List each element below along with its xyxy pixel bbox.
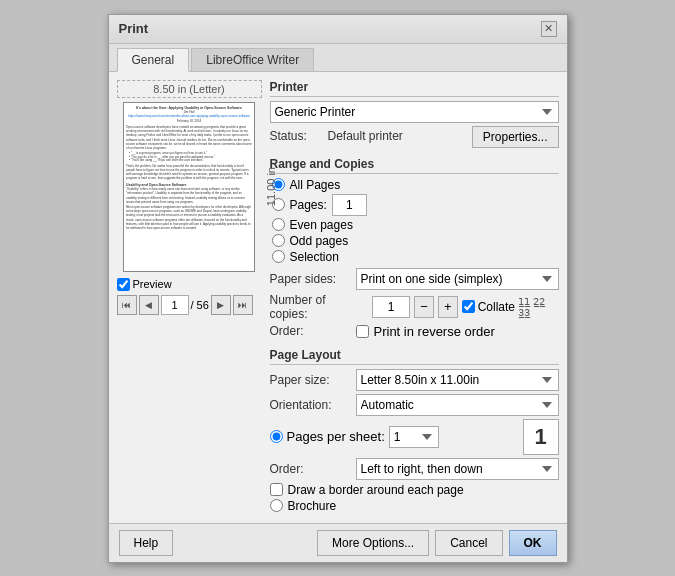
all-pages-label: All Pages [290,178,341,192]
preview-wrapper: It's about the User: Applying Usability … [123,102,255,272]
preview-doc-title: It's about the User: Applying Usability … [126,105,252,110]
more-options-button[interactable]: More Options... [317,530,429,556]
page-size-right-label: 11.00 in [265,167,277,206]
cancel-button[interactable]: Cancel [435,530,502,556]
page-preview: It's about the User: Applying Usability … [123,102,255,272]
copies-input[interactable] [372,296,410,318]
nav-next-button[interactable]: ▶ [211,295,231,315]
preview-doc-author: Jim Hall [126,110,252,114]
orientation-label: Orientation: [270,398,350,412]
collate-label: Collate 1̲1̲ 2̲2̲ 3̲3̲ [462,296,559,318]
pages-sheet-row: Pages per sheet: 1 1 [270,419,559,455]
settings-panel: Printer Generic Printer Status: Default … [270,80,559,515]
selection-label: Selection [290,250,339,264]
preview-doc-link: https://www.linuxjournal.com/content/its… [126,114,252,118]
status-value: Default printer [328,129,403,143]
layout-section-header: Page Layout [270,348,559,365]
preview-section-header: Usability and Open-Source Software [126,181,252,186]
range-section-header: Range and Copies [270,157,559,174]
copies-row: Number of copies: − + Collate 1̲1̲ 2̲2̲ … [270,293,559,321]
selection-row: Selection [272,250,559,264]
pages-sheet-container: Pages per sheet: 1 [270,426,517,448]
preview-checkbox[interactable] [117,278,130,291]
paper-sides-row: Paper sides: Print on one side (simplex) [270,268,559,290]
layout-order-row: Order: Left to right, then down [270,458,559,480]
pages-preview-number: 1 [534,424,546,450]
properties-button[interactable]: Properties... [472,126,559,148]
paper-size-select[interactable]: Letter 8.50in x 11.00in [356,369,559,391]
collate-icon: 1̲1̲ 2̲2̲ 3̲3̲ [518,296,558,318]
collate-text: Collate [478,300,515,314]
border-label: Draw a border around each page [288,483,464,497]
preview-checkbox-label: Preview [133,278,172,290]
collate-checkbox[interactable] [462,300,475,313]
status-row: Status: Default printer [270,129,403,143]
nav-total-label: / 56 [191,299,209,311]
bottom-right: More Options... Cancel OK [317,530,556,556]
order-label: Order: [270,324,350,338]
copies-controls: − + Collate 1̲1̲ 2̲2̲ 3̲3̲ [372,296,558,318]
layout-order-select[interactable]: Left to right, then down [356,458,559,480]
ok-button[interactable]: OK [509,530,557,556]
paper-size-row: Paper size: Letter 8.50in x 11.00in [270,369,559,391]
bottom-bar: Help More Options... Cancel OK [109,523,567,562]
tab-general[interactable]: General [117,48,190,72]
preview-checkbox-row: Preview [117,278,262,291]
printer-section-header: Printer [270,80,559,97]
preview-doc-text2: That's the problem. No matter how powerf… [126,163,252,180]
page-size-right-wrapper: 11.00 in [265,102,277,272]
order-reverse-row: Print in reverse order [356,324,495,339]
preview-panel: 8.50 in (Letter) It's about the User: Ap… [117,80,262,515]
even-pages-label: Even pages [290,218,353,232]
order-row: Order: Print in reverse order [270,324,559,339]
preview-controls: Preview ⏮ ◀ / 56 ▶ ⏭ [117,278,262,315]
pages-sheet-select[interactable]: 1 [389,426,439,448]
page-preview-inner: It's about the User: Applying Usability … [124,103,254,232]
preview-bullets: • "__ is a great program, once you figur… [129,150,252,162]
pages-row: Pages: [272,194,559,216]
nav-first-button[interactable]: ⏮ [117,295,137,315]
pages-sheet-radio[interactable] [270,430,283,443]
orientation-row: Orientation: Automatic [270,394,559,416]
page-size-top-label: 8.50 in (Letter) [117,80,262,98]
border-row: Draw a border around each page [270,483,559,497]
preview-doc-text3: "Usability" refers to how easily users c… [126,186,252,203]
help-button[interactable]: Help [119,530,174,556]
preview-doc-text4: Most open-source software programs are w… [126,204,252,229]
copies-plus-button[interactable]: + [438,296,458,318]
printer-select[interactable]: Generic Printer [270,101,559,123]
all-pages-row: All Pages [272,178,559,192]
preview-nav: ⏮ ◀ / 56 ▶ ⏭ [117,295,262,315]
tab-libreoffice-writer[interactable]: LibreOffice Writer [191,48,314,71]
paper-sides-label: Paper sides: [270,272,350,286]
odd-pages-row: Odd pages [272,234,559,248]
orientation-select[interactable]: Automatic [356,394,559,416]
title-bar: Print ✕ [109,15,567,44]
preview-doc-date: February 18, 2014 [126,119,252,123]
brochure-radio[interactable] [270,499,283,512]
preview-doc-text: Open-source software developers have cre… [126,124,252,149]
layout-order-label: Order: [270,462,350,476]
printer-section: Printer Generic Printer Status: Default … [270,80,559,151]
dialog-title: Print [119,21,149,36]
close-button[interactable]: ✕ [541,21,557,37]
range-section: Range and Copies All Pages Pages: Even p… [270,157,559,342]
status-label: Status: [270,129,322,143]
brochure-label: Brochure [288,499,337,513]
reverse-order-checkbox[interactable] [356,325,369,338]
reverse-order-label: Print in reverse order [374,324,495,339]
copies-minus-button[interactable]: − [414,296,434,318]
paper-sides-select[interactable]: Print on one side (simplex) [356,268,559,290]
layout-section: Page Layout Paper size: Letter 8.50in x … [270,348,559,515]
pages-input[interactable] [332,194,367,216]
nav-prev-button[interactable]: ◀ [139,295,159,315]
paper-size-label: Paper size: [270,373,350,387]
nav-last-button[interactable]: ⏭ [233,295,253,315]
copies-label: Number of copies: [270,293,367,321]
printer-status-row: Status: Default printer Properties... [270,126,559,148]
border-checkbox[interactable] [270,483,283,496]
nav-page-input[interactable] [161,295,189,315]
printer-row: Generic Printer [270,101,559,123]
pages-sheet-label: Pages per sheet: [287,429,385,444]
tabs-bar: General LibreOffice Writer [109,44,567,72]
